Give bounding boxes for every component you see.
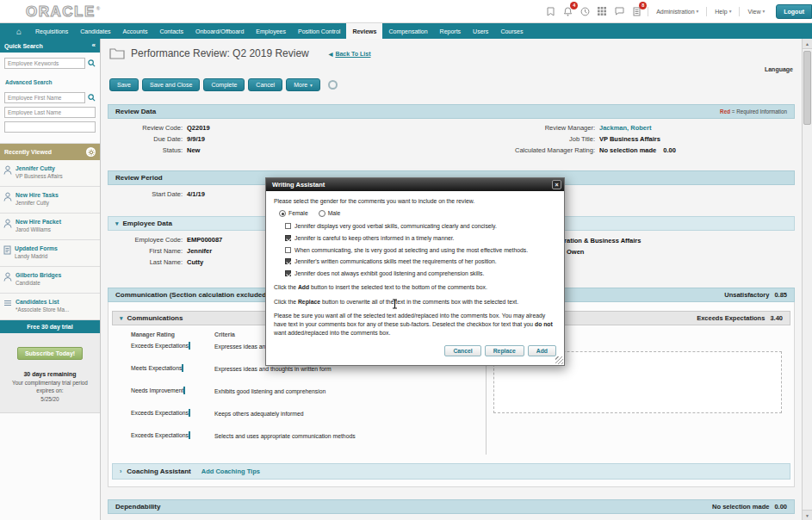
- nav-tab-contacts[interactable]: Contacts: [153, 23, 189, 39]
- add-help-text: Click the Add button to insert the selec…: [274, 283, 556, 292]
- search-icon[interactable]: [88, 94, 96, 102]
- review-manager-link[interactable]: Jackman, Robert: [599, 124, 651, 133]
- resize-grip-icon[interactable]: [555, 356, 563, 364]
- help-text-bold: Add: [298, 284, 309, 290]
- logout-button[interactable]: Logout: [776, 4, 812, 19]
- apps-grid-icon[interactable]: [596, 5, 608, 17]
- recent-item-title[interactable]: Updated Forms: [15, 245, 58, 251]
- gender-female-option[interactable]: Female: [279, 209, 308, 218]
- list-item[interactable]: Candidates List*Associate Store Ma...: [0, 294, 100, 320]
- nav-tab-reports[interactable]: Reports: [434, 23, 468, 39]
- nav-tab-requisitions[interactable]: Requisitions: [29, 23, 74, 39]
- female-radio[interactable]: [279, 210, 286, 217]
- save-button[interactable]: Save: [109, 78, 139, 91]
- notifications-bell-icon[interactable]: 4: [561, 5, 573, 17]
- rating-slider[interactable]: [182, 364, 183, 372]
- close-icon[interactable]: ×: [552, 180, 561, 189]
- list-item[interactable]: Jennifer CuttyVP Business Affairs: [0, 160, 100, 187]
- chevron-down-icon: ▾: [310, 83, 313, 88]
- list-item[interactable]: New Hire PacketJarod Williams: [0, 214, 100, 240]
- scrollbar-thumb[interactable]: [803, 51, 811, 125]
- cancel-button[interactable]: Cancel: [248, 78, 282, 91]
- employee-search-input[interactable]: [4, 121, 96, 133]
- option-checkbox[interactable]: [285, 258, 291, 264]
- employee-last-name-input[interactable]: [4, 107, 96, 118]
- list-item[interactable]: Updated FormsLandy Madrid: [0, 240, 100, 267]
- oracle-logo-text: ORACLE: [26, 3, 96, 20]
- recent-item-title[interactable]: Gilberto Bridges: [15, 272, 61, 278]
- help-menu[interactable]: Help▾: [712, 9, 734, 15]
- help-text-part: button to insert the selected text to th…: [309, 284, 487, 290]
- male-radio[interactable]: [319, 210, 325, 217]
- criteria-column-header: Criteria: [214, 331, 235, 337]
- search-icon[interactable]: [88, 59, 96, 67]
- nav-tab-reviews[interactable]: Reviews: [346, 23, 382, 39]
- nav-tab-employees[interactable]: Employees: [250, 23, 292, 39]
- writing-option-row[interactable]: Jennifer is careful to keep others infor…: [285, 234, 556, 243]
- nav-tab-compensation[interactable]: Compensation: [382, 23, 433, 39]
- bookmark-icon[interactable]: [544, 5, 556, 17]
- communication-rating-label: Unsatisfactory: [724, 291, 769, 299]
- rating-select[interactable]: Meets Expectations: [131, 365, 214, 371]
- chevron-right-icon[interactable]: ›: [120, 468, 121, 474]
- rating-select[interactable]: Exceeds Expectations: [131, 343, 214, 349]
- option-checkbox[interactable]: [285, 235, 291, 241]
- option-checkbox[interactable]: [285, 270, 291, 276]
- recent-item-title[interactable]: Candidates List: [15, 299, 69, 305]
- tasks-clipboard-icon[interactable]: 8: [630, 5, 642, 17]
- rating-slider[interactable]: [189, 342, 190, 350]
- more-button[interactable]: More▾: [286, 78, 320, 91]
- option-checkbox[interactable]: [285, 247, 291, 253]
- rating-slider[interactable]: [189, 431, 190, 439]
- cancel-button[interactable]: Cancel: [444, 345, 480, 356]
- view-menu[interactable]: View▾: [745, 9, 767, 15]
- complete-button[interactable]: Complete: [203, 78, 245, 91]
- collapse-sidebar-icon[interactable]: «: [92, 42, 96, 49]
- gear-icon[interactable]: [86, 147, 96, 157]
- list-item[interactable]: Gilberto BridgesCandidate: [0, 267, 100, 294]
- language-label[interactable]: Language: [765, 66, 793, 72]
- rating-slider[interactable]: [189, 409, 190, 417]
- nav-tab-position-control[interactable]: Position Control: [292, 23, 346, 39]
- history-clock-icon[interactable]: [579, 5, 591, 17]
- employee-data-title: Employee Data: [123, 220, 172, 227]
- dialog-titlebar[interactable]: Writing Assistant ×: [266, 178, 564, 191]
- rating-slider[interactable]: [183, 387, 185, 394]
- rating-select[interactable]: Needs Improvement: [131, 387, 214, 393]
- nav-tab-onboard-offboard[interactable]: Onboard/Offboard: [189, 23, 250, 39]
- save-and-close-button[interactable]: Save and Close: [142, 78, 200, 91]
- writing-option-row[interactable]: When communicating, she is very good at …: [285, 246, 556, 255]
- list-item[interactable]: New Hire TasksJennifer Cutty: [0, 187, 100, 214]
- gender-male-option[interactable]: Male: [319, 209, 341, 218]
- chat-icon[interactable]: [613, 5, 625, 17]
- recent-item-title[interactable]: New Hire Tasks: [15, 192, 59, 198]
- option-checkbox[interactable]: [285, 223, 291, 229]
- nav-tab-users[interactable]: Users: [467, 23, 494, 39]
- add-button[interactable]: Add: [528, 345, 556, 356]
- replace-button[interactable]: Replace: [485, 345, 524, 356]
- refresh-icon[interactable]: [328, 80, 338, 90]
- add-coaching-tips-link[interactable]: Add Coaching Tips: [201, 467, 260, 475]
- person-icon: [3, 165, 12, 175]
- subscribe-button[interactable]: Subscribe Today!: [17, 347, 83, 360]
- nav-tab-accounts[interactable]: Accounts: [117, 23, 154, 39]
- nav-home-tab[interactable]: ⌂: [9, 23, 29, 39]
- advanced-search-link[interactable]: Advanced Search: [5, 79, 53, 85]
- scroll-down-arrow[interactable]: ▼: [803, 510, 812, 520]
- vertical-scrollbar[interactable]: ▲ ▼: [802, 39, 812, 520]
- writing-option-row[interactable]: Jennifer displays very good verbal skill…: [285, 222, 556, 231]
- writing-option-row[interactable]: Jennifer's written communications skills…: [285, 257, 556, 266]
- nav-tab-candidates[interactable]: Candidates: [74, 23, 116, 39]
- employee-first-name-input[interactable]: [4, 92, 85, 103]
- rating-select[interactable]: Exceeds Expectations: [131, 432, 214, 438]
- recent-item-title[interactable]: Jennifer Cutty: [15, 165, 63, 171]
- employee-keywords-input[interactable]: [4, 58, 85, 69]
- scroll-up-arrow[interactable]: ▲: [803, 39, 812, 49]
- back-to-list-link[interactable]: ◀ Back To List: [329, 51, 371, 57]
- writing-option-row[interactable]: Jennifer does not always exhibit good li…: [285, 269, 556, 278]
- recent-item-title[interactable]: New Hire Packet: [15, 219, 61, 225]
- home-icon: ⌂: [16, 27, 22, 36]
- administration-menu[interactable]: Administration▾: [654, 9, 701, 15]
- rating-select[interactable]: Exceeds Expectations: [131, 410, 214, 416]
- nav-tab-courses[interactable]: Courses: [494, 23, 529, 39]
